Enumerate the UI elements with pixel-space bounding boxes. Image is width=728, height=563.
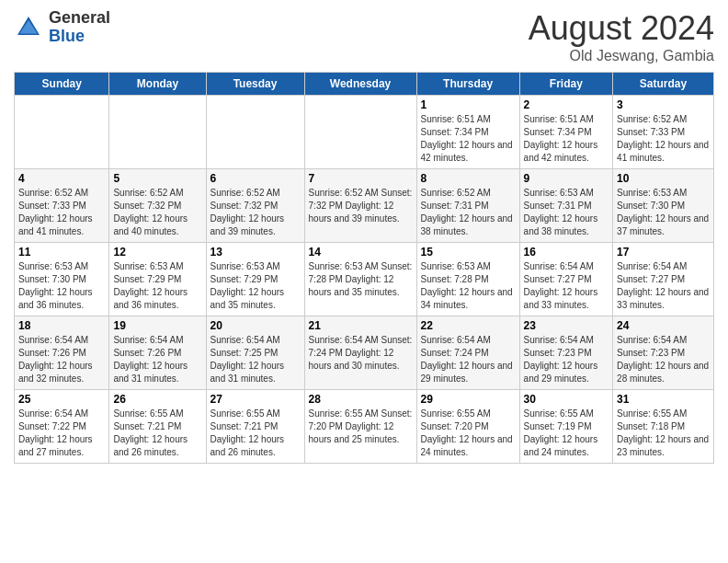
calendar-cell: 13Sunrise: 6:53 AM Sunset: 7:29 PM Dayli… (206, 243, 304, 316)
day-number: 28 (309, 393, 413, 406)
day-number: 27 (210, 393, 301, 406)
calendar-cell: 8Sunrise: 6:52 AM Sunset: 7:31 PM Daylig… (416, 169, 519, 243)
col-header-friday: Friday (519, 73, 613, 96)
calendar-cell: 10Sunrise: 6:53 AM Sunset: 7:30 PM Dayli… (613, 169, 714, 243)
calendar-table: SundayMondayTuesdayWednesdayThursdayFrid… (14, 72, 714, 464)
col-header-monday: Monday (109, 73, 206, 96)
day-info: Sunrise: 6:52 AM Sunset: 7:32 PM Dayligh… (309, 187, 413, 225)
day-number: 24 (617, 319, 710, 332)
day-number: 11 (18, 246, 105, 259)
day-info: Sunrise: 6:52 AM Sunset: 7:31 PM Dayligh… (421, 187, 516, 238)
day-number: 21 (309, 319, 413, 332)
calendar-cell: 15Sunrise: 6:53 AM Sunset: 7:28 PM Dayli… (416, 243, 519, 316)
day-number: 8 (421, 172, 516, 185)
day-info: Sunrise: 6:52 AM Sunset: 7:33 PM Dayligh… (18, 187, 105, 238)
day-info: Sunrise: 6:52 AM Sunset: 7:32 PM Dayligh… (210, 187, 301, 238)
col-header-wednesday: Wednesday (304, 73, 416, 96)
day-number: 18 (18, 319, 105, 332)
day-info: Sunrise: 6:54 AM Sunset: 7:26 PM Dayligh… (113, 334, 201, 385)
calendar-cell: 5Sunrise: 6:52 AM Sunset: 7:32 PM Daylig… (109, 169, 206, 243)
day-number: 29 (421, 393, 516, 406)
day-number: 26 (113, 393, 201, 406)
day-number: 1 (421, 98, 516, 111)
main-title: August 2024 (529, 9, 714, 48)
week-row-3: 18Sunrise: 6:54 AM Sunset: 7:26 PM Dayli… (15, 316, 714, 390)
calendar-cell: 19Sunrise: 6:54 AM Sunset: 7:26 PM Dayli… (109, 316, 206, 390)
calendar-body: 1Sunrise: 6:51 AM Sunset: 7:34 PM Daylig… (15, 96, 714, 464)
title-block: August 2024 Old Jeswang, Gambia (529, 9, 714, 64)
day-info: Sunrise: 6:53 AM Sunset: 7:28 PM Dayligh… (421, 260, 516, 312)
day-number: 2 (524, 98, 609, 111)
calendar-cell: 23Sunrise: 6:54 AM Sunset: 7:23 PM Dayli… (519, 316, 613, 390)
week-row-0: 1Sunrise: 6:51 AM Sunset: 7:34 PM Daylig… (15, 96, 714, 169)
day-info: Sunrise: 6:55 AM Sunset: 7:19 PM Dayligh… (524, 408, 609, 459)
calendar-cell: 14Sunrise: 6:53 AM Sunset: 7:28 PM Dayli… (304, 243, 416, 316)
day-info: Sunrise: 6:52 AM Sunset: 7:32 PM Dayligh… (113, 187, 201, 238)
day-info: Sunrise: 6:53 AM Sunset: 7:29 PM Dayligh… (113, 260, 201, 312)
day-number: 3 (617, 98, 710, 111)
calendar-cell: 20Sunrise: 6:54 AM Sunset: 7:25 PM Dayli… (206, 316, 304, 390)
day-info: Sunrise: 6:54 AM Sunset: 7:27 PM Dayligh… (617, 260, 710, 312)
page-header: General Blue August 2024 Old Jeswang, Ga… (14, 9, 714, 64)
week-row-1: 4Sunrise: 6:52 AM Sunset: 7:33 PM Daylig… (15, 169, 714, 243)
calendar-cell: 30Sunrise: 6:55 AM Sunset: 7:19 PM Dayli… (519, 390, 613, 464)
calendar-cell: 16Sunrise: 6:54 AM Sunset: 7:27 PM Dayli… (519, 243, 613, 316)
day-info: Sunrise: 6:52 AM Sunset: 7:33 PM Dayligh… (617, 113, 710, 165)
day-number: 9 (524, 172, 609, 185)
day-number: 19 (113, 319, 201, 332)
day-number: 6 (210, 172, 301, 185)
day-info: Sunrise: 6:54 AM Sunset: 7:24 PM Dayligh… (309, 334, 413, 373)
day-info: Sunrise: 6:55 AM Sunset: 7:20 PM Dayligh… (309, 408, 413, 446)
day-info: Sunrise: 6:53 AM Sunset: 7:28 PM Dayligh… (309, 260, 413, 299)
logo-icon (14, 13, 43, 42)
day-info: Sunrise: 6:53 AM Sunset: 7:29 PM Dayligh… (210, 260, 301, 312)
day-number: 14 (309, 246, 413, 259)
day-info: Sunrise: 6:51 AM Sunset: 7:34 PM Dayligh… (421, 113, 516, 165)
col-header-sunday: Sunday (15, 73, 109, 96)
logo-text: General Blue (49, 9, 110, 46)
calendar-cell: 24Sunrise: 6:54 AM Sunset: 7:23 PM Dayli… (613, 316, 714, 390)
col-header-saturday: Saturday (613, 73, 714, 96)
calendar-header: SundayMondayTuesdayWednesdayThursdayFrid… (15, 73, 714, 96)
calendar-cell: 17Sunrise: 6:54 AM Sunset: 7:27 PM Dayli… (613, 243, 714, 316)
day-info: Sunrise: 6:54 AM Sunset: 7:22 PM Dayligh… (18, 408, 105, 459)
day-info: Sunrise: 6:55 AM Sunset: 7:21 PM Dayligh… (210, 408, 301, 459)
col-header-thursday: Thursday (416, 73, 519, 96)
day-number: 23 (524, 319, 609, 332)
day-number: 4 (18, 172, 105, 185)
calendar-cell: 7Sunrise: 6:52 AM Sunset: 7:32 PM Daylig… (304, 169, 416, 243)
col-header-tuesday: Tuesday (206, 73, 304, 96)
logo-blue-text: Blue (49, 28, 110, 46)
calendar-cell: 31Sunrise: 6:55 AM Sunset: 7:18 PM Dayli… (613, 390, 714, 464)
calendar-cell: 21Sunrise: 6:54 AM Sunset: 7:24 PM Dayli… (304, 316, 416, 390)
day-info: Sunrise: 6:54 AM Sunset: 7:24 PM Dayligh… (421, 334, 516, 385)
calendar-cell: 4Sunrise: 6:52 AM Sunset: 7:33 PM Daylig… (15, 169, 109, 243)
calendar-cell: 25Sunrise: 6:54 AM Sunset: 7:22 PM Dayli… (15, 390, 109, 464)
day-info: Sunrise: 6:53 AM Sunset: 7:31 PM Dayligh… (524, 187, 609, 238)
day-number: 31 (617, 393, 710, 406)
day-info: Sunrise: 6:55 AM Sunset: 7:18 PM Dayligh… (617, 408, 710, 459)
calendar-cell: 9Sunrise: 6:53 AM Sunset: 7:31 PM Daylig… (519, 169, 613, 243)
calendar-cell (109, 96, 206, 169)
day-info: Sunrise: 6:54 AM Sunset: 7:25 PM Dayligh… (210, 334, 301, 385)
calendar-cell: 29Sunrise: 6:55 AM Sunset: 7:20 PM Dayli… (416, 390, 519, 464)
calendar-cell: 28Sunrise: 6:55 AM Sunset: 7:20 PM Dayli… (304, 390, 416, 464)
day-info: Sunrise: 6:51 AM Sunset: 7:34 PM Dayligh… (524, 113, 609, 165)
calendar-cell: 3Sunrise: 6:52 AM Sunset: 7:33 PM Daylig… (613, 96, 714, 169)
day-number: 10 (617, 172, 710, 185)
day-number: 7 (309, 172, 413, 185)
day-info: Sunrise: 6:54 AM Sunset: 7:26 PM Dayligh… (18, 334, 105, 385)
week-row-2: 11Sunrise: 6:53 AM Sunset: 7:30 PM Dayli… (15, 243, 714, 316)
day-info: Sunrise: 6:54 AM Sunset: 7:23 PM Dayligh… (524, 334, 609, 385)
day-number: 25 (18, 393, 105, 406)
day-info: Sunrise: 6:53 AM Sunset: 7:30 PM Dayligh… (18, 260, 105, 312)
calendar-cell: 11Sunrise: 6:53 AM Sunset: 7:30 PM Dayli… (15, 243, 109, 316)
day-number: 30 (524, 393, 609, 406)
day-info: Sunrise: 6:53 AM Sunset: 7:30 PM Dayligh… (617, 187, 710, 238)
day-number: 17 (617, 246, 710, 259)
logo-general-text: General (49, 9, 110, 28)
day-number: 12 (113, 246, 201, 259)
day-number: 20 (210, 319, 301, 332)
day-number: 16 (524, 246, 609, 259)
calendar-cell: 27Sunrise: 6:55 AM Sunset: 7:21 PM Dayli… (206, 390, 304, 464)
